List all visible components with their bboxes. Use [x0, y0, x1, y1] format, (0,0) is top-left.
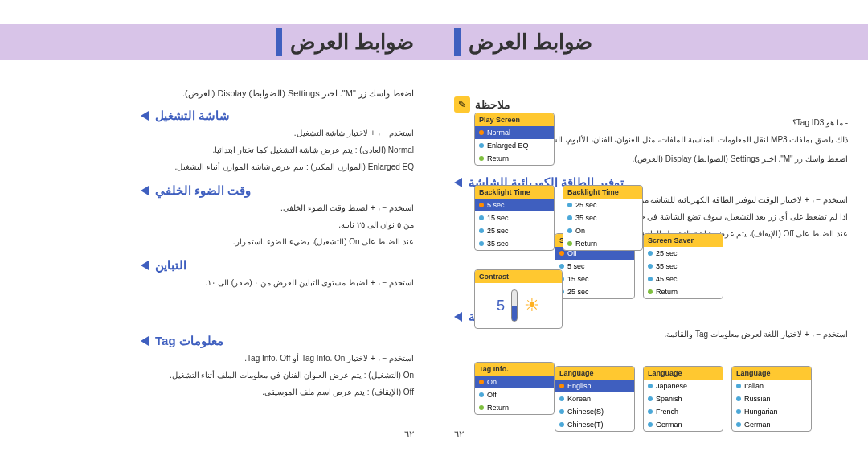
bullet-icon [567, 228, 572, 233]
note-icon: ✎ [454, 96, 470, 113]
arrow-icon [454, 312, 462, 322]
menu-item[interactable]: 15 sec [475, 211, 554, 224]
item-label: Return [575, 240, 597, 248]
contrast-gauge[interactable] [511, 289, 518, 322]
page-title: ضوابط العرض [290, 30, 414, 55]
bullet-icon [736, 422, 741, 427]
item-label: English [567, 382, 592, 390]
bullet-icon [479, 215, 484, 220]
panel-header: Backlight Time [563, 186, 642, 199]
section-play-screen: شاشة التشغيل استخدم − ، + لاختيار شاشة ا… [141, 109, 414, 174]
menu-item[interactable]: German [644, 418, 723, 431]
item-label: 25 sec [567, 288, 589, 296]
contrast-body: 5 ☀ [475, 283, 562, 328]
menu-item[interactable]: Normal [475, 126, 554, 139]
ui-panel-language: Language English Korean Chinese(S) Chine… [555, 366, 635, 432]
body-text: عند الضبط على On (التشغيل)، يضيء الضوء ب… [141, 236, 414, 248]
body-text: استخدم − ، + لضبط مستوى التباين للعرض من… [141, 277, 414, 289]
menu-item[interactable]: 15 sec [555, 273, 634, 285]
ui-panel-language: Language Italian Russian Hungarian Germa… [731, 366, 812, 432]
item-label: Chinese(S) [567, 408, 604, 416]
menu-item[interactable]: Return [563, 237, 642, 250]
item-label: Enlarged EQ [487, 142, 529, 150]
return-icon [479, 405, 484, 410]
sun-icon: ☀ [524, 295, 540, 316]
menu-item[interactable]: 25 sec [475, 224, 554, 237]
menu-item[interactable]: 5 sec [555, 260, 634, 273]
menu-item[interactable]: Hungarian [732, 405, 811, 418]
item-label: Return [487, 154, 509, 162]
body-text: استخدم − ، + لاختيار اللغة لعرض معلومات … [454, 328, 848, 341]
menu-item[interactable]: 5 sec [475, 199, 554, 211]
ui-panel-screen-saver: Screen Saver 25 sec 35 sec 45 sec Return [643, 233, 723, 299]
panel-header: Language [644, 367, 723, 380]
menu-item[interactable]: 25 sec [644, 247, 723, 260]
menu-item[interactable]: French [644, 405, 723, 418]
intro-text: اضغط واسك زر "M". اختر Settings (الضوابط… [141, 88, 414, 99]
menu-item[interactable]: 45 sec [644, 273, 723, 285]
item-label: 25 sec [487, 227, 509, 235]
bullet-icon [479, 130, 484, 135]
section-head: وقت الضوء الخلفي [141, 183, 414, 198]
menu-item[interactable]: Korean [555, 392, 634, 405]
right-content: اضغط واسك زر "M". اختر Settings (الضوابط… [141, 88, 414, 399]
bullet-icon [736, 384, 741, 388]
section-contrast: التباين استخدم − ، + لضبط مستوى التباين … [141, 258, 414, 289]
menu-item[interactable]: 35 sec [644, 260, 723, 273]
return-icon [479, 156, 484, 161]
body-text: استخدم − ، + لاختيار Tag Info. On أو Tag… [141, 352, 414, 365]
note-header: ملاحظة ✎ [454, 96, 848, 113]
item-label: Spanish [656, 395, 682, 403]
item-label: 5 sec [567, 262, 585, 270]
item-label: French [656, 408, 678, 416]
bullet-icon [559, 409, 564, 414]
body-text: Enlarged EQ (الموازن المكبر) : يتم عرض ش… [141, 161, 414, 174]
ui-panel-tag-info: Tag Info. On Off Return [474, 362, 555, 415]
menu-item[interactable]: Spanish [644, 392, 723, 405]
menu-item[interactable]: Italian [732, 380, 811, 392]
tag-info-panel: Tag Info. On Off Return [474, 362, 555, 415]
menu-item[interactable]: Japanese [644, 380, 723, 392]
item-label: Hungarian [744, 408, 778, 416]
menu-item[interactable]: Russian [732, 392, 811, 405]
menu-item[interactable]: Return [475, 401, 554, 414]
page-number: ٦٢ [404, 429, 414, 440]
page-number: ٦٢ [454, 429, 464, 440]
menu-item[interactable]: Return [475, 152, 554, 165]
menu-item[interactable]: 35 sec [475, 237, 554, 250]
bullet-icon [567, 203, 572, 207]
bullet-icon [736, 396, 741, 401]
arrow-icon [141, 186, 149, 195]
bullet-icon [648, 409, 653, 414]
menu-item[interactable]: Enlarged EQ [475, 139, 554, 152]
menu-item[interactable]: English [555, 380, 634, 392]
menu-item[interactable]: On [475, 376, 554, 388]
title-accent-bar [276, 28, 282, 56]
panel-header: Play Screen [475, 113, 554, 126]
menu-item[interactable]: On [563, 224, 642, 237]
manual-spread: ضوابط العرض ملاحظة ✎ - ما هو Tag ID3؟ ذل… [0, 0, 868, 472]
menu-item[interactable]: German [732, 418, 811, 431]
bullet-icon [559, 396, 564, 401]
menu-item[interactable]: 25 sec [555, 285, 634, 298]
bullet-icon [648, 277, 653, 281]
bullet-icon [559, 422, 564, 427]
item-label: Off [487, 391, 497, 399]
menu-item[interactable]: Return [644, 285, 723, 298]
menu-item[interactable]: Off [475, 388, 554, 401]
menu-item[interactable]: Chinese(T) [555, 418, 634, 431]
item-label: German [656, 421, 682, 429]
menu-item[interactable]: Chinese(S) [555, 405, 634, 418]
bullet-icon [648, 422, 653, 427]
item-label: 25 sec [656, 249, 678, 257]
section-head: معلومات Tag [141, 334, 414, 348]
bullet-icon [559, 251, 564, 256]
menu-item[interactable]: 35 sec [563, 211, 642, 224]
section-backlight: وقت الضوء الخلفي استخدم − ، + لضبط وقت ا… [141, 183, 414, 248]
panel-header: Language [732, 367, 811, 380]
menu-item[interactable]: 25 sec [563, 199, 642, 211]
panel-header: Contrast [475, 270, 562, 283]
item-label: German [744, 421, 771, 429]
ui-panel-contrast: Contrast 5 ☀ [474, 269, 563, 329]
note-label: ملاحظة [475, 98, 510, 111]
